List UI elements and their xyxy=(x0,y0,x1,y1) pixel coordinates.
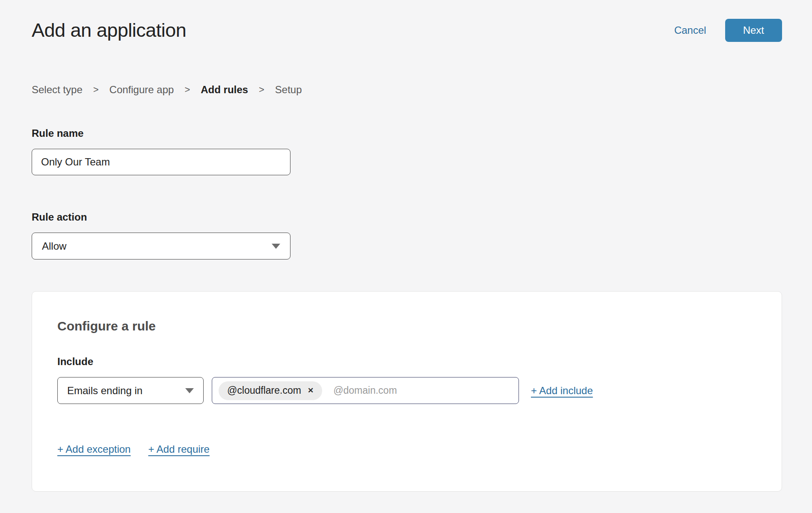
include-rule-row: Emails ending in @cloudflare.com ✕ + Add… xyxy=(57,377,756,404)
breadcrumb: Select type > Configure app > Add rules … xyxy=(32,84,782,96)
rule-action-select[interactable]: Allow xyxy=(32,233,290,259)
rule-name-input[interactable] xyxy=(32,149,290,175)
include-selector-value: Emails ending in xyxy=(67,385,142,397)
header-actions: Cancel Next xyxy=(674,19,782,42)
include-selector[interactable]: Emails ending in xyxy=(57,377,204,404)
rule-card-links: + Add exception + Add require xyxy=(57,443,756,455)
rule-action-selected-value: Allow xyxy=(42,240,66,252)
email-tag-label: @cloudflare.com xyxy=(227,385,301,396)
breadcrumb-separator: > xyxy=(93,84,99,95)
add-application-page: Add an application Cancel Next Select ty… xyxy=(0,0,812,492)
add-require-link[interactable]: + Add require xyxy=(148,443,209,455)
breadcrumb-step-configure-app[interactable]: Configure app xyxy=(110,84,174,96)
breadcrumb-step-add-rules[interactable]: Add rules xyxy=(201,84,248,96)
email-tag: @cloudflare.com ✕ xyxy=(219,381,322,400)
add-exception-link[interactable]: + Add exception xyxy=(57,443,130,455)
page-title: Add an application xyxy=(32,19,186,41)
next-button[interactable]: Next xyxy=(725,19,782,42)
breadcrumb-step-select-type[interactable]: Select type xyxy=(32,84,83,96)
rule-name-label: Rule name xyxy=(32,127,782,139)
breadcrumb-separator: > xyxy=(259,84,264,95)
email-tag-input-box[interactable]: @cloudflare.com ✕ xyxy=(212,377,519,404)
add-include-link[interactable]: + Add include xyxy=(531,385,593,397)
page-header: Add an application Cancel Next xyxy=(32,0,782,42)
chevron-down-icon xyxy=(272,244,280,249)
email-domain-input[interactable] xyxy=(332,384,514,397)
breadcrumb-step-setup[interactable]: Setup xyxy=(275,84,302,96)
configure-rule-card: Configure a rule Include Emails ending i… xyxy=(32,291,782,492)
breadcrumb-separator: > xyxy=(184,84,190,95)
configure-rule-title: Configure a rule xyxy=(57,319,756,333)
cancel-button[interactable]: Cancel xyxy=(674,24,706,36)
remove-tag-icon[interactable]: ✕ xyxy=(308,387,314,394)
chevron-down-icon xyxy=(185,388,194,393)
include-label: Include xyxy=(57,356,756,368)
rule-action-label: Rule action xyxy=(32,211,782,223)
